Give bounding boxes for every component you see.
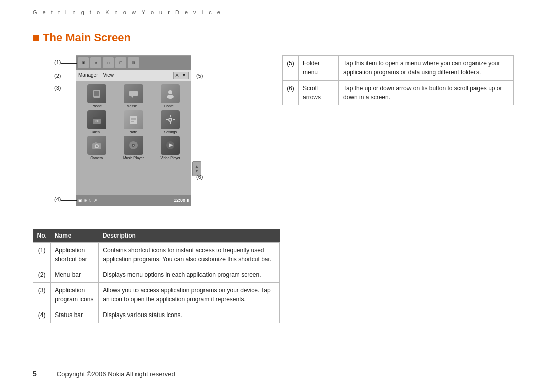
breadcrumb: G e t t i n g t o K n o w Y o u r D e v … [33,9,222,15]
status-icon-4: ↗ [94,198,97,203]
app-item-phone: Phone [79,84,114,108]
row-no: (2) [33,267,51,283]
app-item-settings: Settings [153,110,188,134]
svg-rect-16 [170,122,171,124]
app-label-messages: Messa... [127,104,140,108]
shortcut-icon-1: ▣ [78,57,89,68]
app-item-video: Video Player [153,136,188,160]
app-label-phone: Phone [92,104,102,108]
shortcut-icon-2: ◈ [90,57,101,68]
svg-rect-15 [170,115,171,117]
svg-text:30: 30 [95,119,99,123]
row-desc: Displays various status icons. [99,307,280,323]
footer: 5 Copyright ©2006 Nokia All right reserv… [33,370,175,378]
row-desc: Tap the up or down arrow on tis button t… [339,81,514,105]
row-name: Scroll arrows [299,81,339,105]
callout-6: (6) [196,174,203,180]
device-mockup: ▣ ◈ □ ◫ ▤ Manager View All ▼ Phone [65,55,201,211]
svg-rect-2 [129,91,138,96]
svg-point-21 [96,145,98,147]
col-header-desc: Description [99,229,280,243]
callout-line-5 [177,77,192,77]
svg-point-4 [168,90,172,94]
title-square-icon [33,35,39,41]
copyright: Copyright ©2006 Nokia All right reserved [57,370,175,378]
section-title: The Main Screen [33,31,131,44]
callout-line-1 [61,63,77,64]
svg-rect-22 [95,142,97,144]
svg-point-14 [169,119,171,121]
row-desc: Tap this item to open a menu where you c… [339,56,514,81]
page-number: 5 [33,370,37,378]
svg-point-5 [167,95,174,99]
menu-bar: Manager View All ▼ [76,70,191,81]
page-title: The Main Screen [43,31,131,44]
callout-4: (4) [54,196,61,202]
status-icon-battery: ▮ [187,198,189,203]
shortcut-icon-3: □ [103,57,114,68]
app-item-music: Music Player [116,136,151,160]
row-name: Menu bar [51,267,99,283]
shortcut-bar: ▣ ◈ □ ◫ ▤ [76,56,191,70]
callout-2: (2) [54,73,61,79]
status-time: 12:00 [174,198,185,203]
callout-line-6 [177,178,192,178]
svg-rect-17 [166,119,168,120]
right-info-table-container: (5) Folder menu Tap this item to open a … [282,55,514,105]
svg-point-25 [133,145,134,146]
app-icon-video [161,136,180,155]
status-icon-3: ☾ [89,198,92,203]
shortcut-icon-5: ▤ [128,57,139,68]
main-table-container: No. Name Description (1) Application sho… [33,229,280,323]
app-item-calendar: 30 Calen... [79,110,114,134]
app-label-calendar: Calen... [91,130,103,134]
app-icon-settings [161,110,180,129]
col-header-no: No. [33,229,51,243]
app-grid: Phone Messa... Conte... 30 [76,81,191,195]
callout-3: (3) [54,85,61,91]
app-icon-phone [87,84,106,103]
row-name: Application program icons [51,283,99,307]
app-item-notes: Note [116,110,151,134]
menu-item-manager: Manager [78,72,98,78]
table-row: (6) Scroll arrows Tap the up or down arr… [283,81,514,105]
app-label-camera: Camera [90,156,103,160]
app-item-contacts: Conte... [153,84,188,108]
main-table: No. Name Description (1) Application sho… [33,229,280,323]
folder-button: All ▼ [173,72,189,79]
device-screen: ▣ ◈ □ ◫ ▤ Manager View All ▼ Phone [76,55,191,206]
row-name: Status bar [51,307,99,323]
table-row: (2) Menu bar Displays menu options in ea… [33,267,280,283]
callout-1: (1) [54,59,61,65]
table-row: (4) Status bar Displays various status i… [33,307,280,323]
app-item-camera: Camera [79,136,114,160]
app-label-video: Video Player [161,156,181,160]
svg-rect-7 [93,117,101,119]
row-no: (1) [33,243,51,267]
callout-line-2 [61,77,77,77]
row-desc: Displays menu options in each applicatio… [99,267,280,283]
app-icon-calendar: 30 [87,110,106,129]
row-desc: Contains shortcut icons for instant acce… [99,243,280,267]
app-icon-music [124,136,143,155]
svg-rect-18 [173,119,175,120]
status-icon-2: ⊙ [84,198,87,203]
status-icon-1: ▣ [78,198,82,203]
app-label-contacts: Conte... [164,104,177,108]
row-no: (4) [33,307,51,323]
status-bar: ▣ ⊙ ☾ ↗ 12:00 ▮ [76,195,191,206]
callout-line-4 [61,200,77,201]
row-no: (3) [33,283,51,307]
app-label-music: Music Player [123,156,144,160]
menu-item-view: View [103,72,114,78]
row-no: (5) [283,56,299,81]
callout-5: (5) [196,73,203,79]
row-desc: Allows you to access application program… [99,283,280,307]
app-icon-camera [87,136,106,155]
svg-rect-1 [94,91,99,96]
table-row: (3) Application program icons Allows you… [33,283,280,307]
table-row: (1) Application shortcut bar Contains sh… [33,243,280,267]
svg-marker-3 [131,96,133,98]
col-header-name: Name [51,229,99,243]
table-header-row: No. Name Description [33,229,280,243]
